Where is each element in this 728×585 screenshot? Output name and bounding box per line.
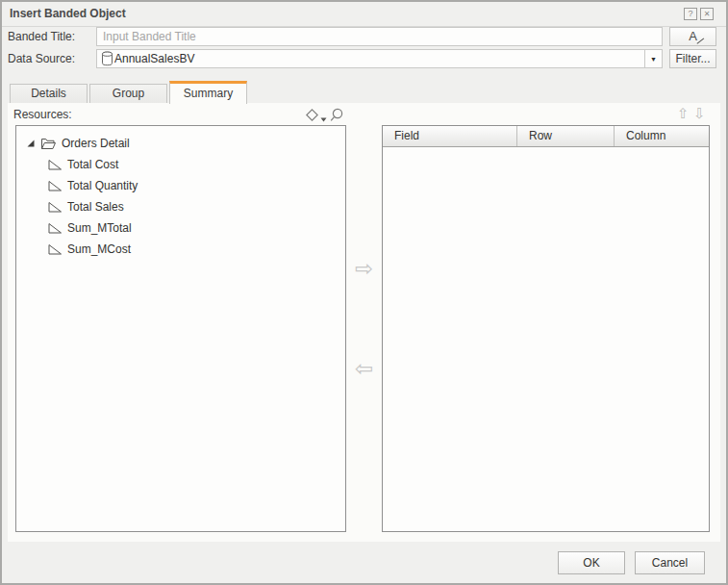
resources-toolbar (304, 107, 354, 124)
filter-button[interactable]: Filter... (669, 49, 716, 68)
move-down-icon[interactable]: ⇩ (693, 106, 706, 120)
summary-tab-page: Resources: (8, 103, 720, 542)
column-header-field[interactable]: Field (383, 126, 517, 146)
tree-leaf-total-sales[interactable]: Total Sales (16, 196, 345, 217)
tree-leaf-label[interactable]: Total Quantity (67, 179, 138, 192)
titlebar[interactable]: Insert Banded Object ? ✕ (2, 2, 726, 27)
data-source-label: Data Source: (8, 52, 75, 67)
sort-icon[interactable] (306, 109, 318, 121)
tree-leaf-label[interactable]: Sum_MTotal (67, 221, 132, 235)
move-up-icon[interactable]: ⇧ (677, 106, 690, 120)
selected-fields-panel[interactable]: Field Row Column (382, 125, 710, 532)
insert-banded-object-dialog: Insert Banded Object ? ✕ Banded Title: A… (0, 0, 728, 585)
table-header-row: Field Row Column (383, 126, 709, 147)
help-button[interactable]: ? (684, 8, 697, 20)
tree-leaf-sum-mcost[interactable]: Sum_MCost (16, 239, 345, 260)
banded-title-label: Banded Title: (8, 30, 75, 45)
tree-leaf-sum-mtotal[interactable]: Sum_MTotal (16, 217, 345, 239)
summary-field-icon (47, 179, 63, 192)
column-header-column[interactable]: Column (615, 126, 709, 146)
resources-tree-panel[interactable]: Orders Detail Total Cost Total Quantit (15, 125, 346, 532)
search-icon[interactable] (330, 108, 344, 123)
resources-tree: Orders Detail Total Cost Total Quantit (16, 126, 345, 260)
close-button[interactable]: ✕ (700, 8, 714, 20)
font-icon-slash (697, 38, 705, 44)
tree-node-label[interactable]: Orders Detail (62, 137, 130, 150)
tab-group[interactable]: Group (89, 84, 167, 104)
data-source-value: AnnualSalesBV (114, 52, 644, 65)
add-field-icon[interactable]: ⇨ (355, 258, 373, 280)
font-icon: A (689, 29, 697, 43)
dialog-title: Insert Banded Object (10, 7, 126, 20)
dropdown-arrow-icon[interactable]: ▼ (644, 50, 662, 67)
summary-field-icon (47, 242, 63, 256)
tree-leaf-label[interactable]: Total Cost (67, 158, 118, 171)
tree-leaf-label[interactable]: Total Sales (67, 200, 124, 214)
banded-title-input[interactable] (96, 27, 663, 46)
sort-dropdown-icon[interactable] (320, 117, 327, 122)
tree-leaf-label[interactable]: Sum_MCost (67, 242, 131, 256)
tree-expand-icon[interactable] (26, 139, 36, 148)
tab-summary[interactable]: Summary (169, 81, 247, 104)
open-folder-icon (40, 137, 57, 150)
column-header-row[interactable]: Row (517, 126, 615, 146)
database-icon (101, 51, 113, 66)
cancel-button[interactable]: Cancel (635, 551, 705, 574)
font-style-button[interactable]: A (669, 27, 716, 46)
tree-node-orders-detail[interactable]: Orders Detail (16, 133, 345, 154)
summary-field-icon (47, 221, 63, 235)
summary-field-icon (47, 200, 63, 214)
tab-details[interactable]: Details (10, 84, 88, 104)
summary-field-icon (47, 158, 63, 171)
tree-leaf-total-quantity[interactable]: Total Quantity (16, 175, 345, 196)
resources-label: Resources: (13, 108, 72, 121)
remove-field-icon[interactable]: ⇦ (355, 358, 373, 380)
ok-button[interactable]: OK (558, 551, 625, 574)
data-source-dropdown[interactable]: AnnualSalesBV ▼ (96, 49, 663, 68)
tree-leaf-total-cost[interactable]: Total Cost (16, 154, 345, 175)
